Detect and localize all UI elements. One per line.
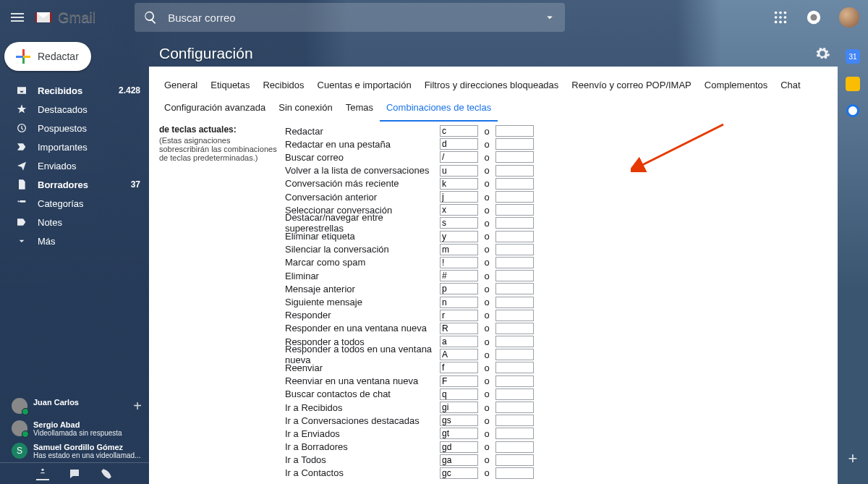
shortcut-key-input[interactable] bbox=[440, 349, 478, 360]
shortcut-key-input[interactable] bbox=[440, 217, 478, 229]
shortcut-alt-key-input[interactable] bbox=[495, 191, 534, 203]
shortcut-alt-key-input[interactable] bbox=[495, 138, 534, 150]
shortcut-alt-key-input[interactable] bbox=[495, 217, 534, 229]
shortcut-key-input[interactable] bbox=[440, 165, 478, 177]
or-label: o bbox=[478, 284, 495, 294]
nav-drafts[interactable]: Borradores37 bbox=[0, 175, 149, 194]
nav-notes[interactable]: Notes bbox=[0, 213, 149, 232]
hangouts-call-tab[interactable] bbox=[100, 467, 113, 480]
nav-sent[interactable]: Enviados bbox=[0, 156, 149, 175]
rail-keep[interactable] bbox=[846, 77, 860, 91]
search-bar[interactable] bbox=[135, 3, 565, 32]
shortcut-key-input[interactable] bbox=[440, 402, 478, 413]
shortcut-key-input[interactable] bbox=[440, 257, 478, 268]
nav-inbox[interactable]: Recibidos 2.428 bbox=[0, 81, 149, 100]
shortcut-alt-key-input[interactable] bbox=[495, 270, 534, 281]
shortcut-alt-key-input[interactable] bbox=[495, 389, 534, 400]
shortcut-key-input[interactable] bbox=[440, 415, 478, 426]
shortcut-alt-key-input[interactable] bbox=[495, 165, 534, 177]
shortcut-alt-key-input[interactable] bbox=[495, 244, 534, 255]
shortcut-row: Destacar/navegar entre superestrellaso bbox=[284, 216, 827, 229]
settings-tab[interactable]: Sin conexión bbox=[272, 98, 339, 122]
rail-calendar[interactable]: 31 bbox=[846, 49, 860, 64]
shortcut-key-input[interactable] bbox=[440, 310, 478, 321]
shortcut-alt-key-input[interactable] bbox=[495, 415, 534, 426]
shortcut-action: Silenciar la conversación bbox=[284, 244, 440, 255]
hangouts-chat-tab[interactable] bbox=[68, 467, 81, 480]
hangouts-contact[interactable]: SSamuel Gordillo GómezHas estado en una … bbox=[0, 440, 149, 462]
shortcut-key-input[interactable] bbox=[440, 297, 478, 308]
shortcut-alt-key-input[interactable] bbox=[495, 362, 534, 373]
settings-tab[interactable]: Combinaciones de teclas bbox=[380, 98, 498, 122]
shortcut-alt-key-input[interactable] bbox=[495, 310, 534, 321]
shortcut-key-input[interactable] bbox=[440, 151, 478, 163]
settings-tab[interactable]: Filtros y direcciones bloqueadas bbox=[418, 75, 566, 98]
shortcut-alt-key-input[interactable] bbox=[495, 402, 534, 413]
shortcut-alt-key-input[interactable] bbox=[495, 178, 534, 190]
hangouts-contact[interactable]: Sergio AbadVideollamada sin respuesta bbox=[0, 417, 149, 440]
shortcut-key-input[interactable] bbox=[440, 467, 478, 479]
shortcut-alt-key-input[interactable] bbox=[495, 428, 534, 439]
shortcut-alt-key-input[interactable] bbox=[495, 375, 534, 387]
shortcut-key-input[interactable] bbox=[440, 428, 478, 439]
shortcut-alt-key-input[interactable] bbox=[495, 323, 534, 334]
hangouts-contact[interactable]: Juan Carlos+ bbox=[0, 395, 149, 417]
settings-tab[interactable]: Complementos bbox=[698, 75, 774, 98]
rail-tasks[interactable] bbox=[846, 104, 859, 117]
search-options-dropdown-icon[interactable] bbox=[543, 11, 556, 24]
settings-tab[interactable]: Chat bbox=[774, 75, 807, 98]
shortcut-alt-key-input[interactable] bbox=[495, 231, 534, 242]
shortcut-alt-key-input[interactable] bbox=[495, 283, 534, 294]
settings-tab[interactable]: Recibidos bbox=[256, 75, 310, 98]
hangouts-contacts-tab[interactable] bbox=[36, 467, 49, 480]
shortcut-key-input[interactable] bbox=[440, 362, 478, 373]
search-input[interactable] bbox=[168, 3, 533, 32]
shortcut-alt-key-input[interactable] bbox=[495, 125, 534, 137]
nav-important[interactable]: Importantes bbox=[0, 137, 149, 156]
shortcut-alt-key-input[interactable] bbox=[495, 204, 534, 216]
shortcut-key-input[interactable] bbox=[440, 323, 478, 334]
shortcut-key-input[interactable] bbox=[440, 138, 478, 150]
settings-tab[interactable]: Temas bbox=[339, 98, 380, 122]
shortcut-key-input[interactable] bbox=[440, 125, 478, 137]
settings-tab[interactable]: Cuentas e importación bbox=[311, 75, 418, 98]
shortcut-key-input[interactable] bbox=[440, 441, 478, 453]
shortcut-key-input[interactable] bbox=[440, 375, 478, 387]
settings-tab[interactable]: Etiquetas bbox=[204, 75, 256, 98]
shortcut-alt-key-input[interactable] bbox=[495, 151, 534, 163]
shortcut-alt-key-input[interactable] bbox=[495, 349, 534, 360]
settings-tab[interactable]: Reenvío y correo POP/IMAP bbox=[565, 75, 697, 98]
compose-button[interactable]: Redactar bbox=[4, 42, 91, 71]
shortcut-key-input[interactable] bbox=[440, 204, 478, 216]
star-icon bbox=[16, 103, 27, 115]
shortcut-key-input[interactable] bbox=[440, 270, 478, 281]
shortcut-key-input[interactable] bbox=[440, 389, 478, 400]
settings-gear-icon[interactable] bbox=[814, 46, 830, 61]
nav-starred[interactable]: Destacados bbox=[0, 100, 149, 119]
shortcut-key-input[interactable] bbox=[440, 191, 478, 203]
shortcut-key-input[interactable] bbox=[440, 336, 478, 347]
rail-add-button[interactable]: + bbox=[848, 449, 858, 468]
settings-tab[interactable]: General bbox=[158, 75, 204, 98]
nav-snoozed[interactable]: Pospuestos bbox=[0, 119, 149, 137]
shortcut-alt-key-input[interactable] bbox=[495, 257, 534, 268]
shortcut-alt-key-input[interactable] bbox=[495, 441, 534, 453]
nav-categories[interactable]: Categorías bbox=[0, 194, 149, 213]
account-avatar[interactable] bbox=[839, 7, 859, 27]
main-menu-button[interactable] bbox=[9, 9, 26, 26]
settings-tab[interactable]: Configuración avanzada bbox=[158, 98, 272, 122]
new-conversation-button[interactable]: + bbox=[133, 398, 142, 415]
shortcut-alt-key-input[interactable] bbox=[495, 454, 534, 466]
shortcut-key-input[interactable] bbox=[440, 244, 478, 255]
shortcut-alt-key-input[interactable] bbox=[495, 297, 534, 308]
nav-more[interactable]: Más bbox=[0, 232, 149, 250]
shortcut-key-input[interactable] bbox=[440, 283, 478, 294]
shortcut-key-input[interactable] bbox=[440, 178, 478, 190]
brand[interactable]: Gmail bbox=[33, 9, 95, 26]
shortcut-alt-key-input[interactable] bbox=[495, 467, 534, 479]
shortcut-key-input[interactable] bbox=[440, 454, 478, 466]
apps-icon[interactable] bbox=[773, 9, 788, 25]
shortcut-alt-key-input[interactable] bbox=[495, 336, 534, 347]
shortcut-key-input[interactable] bbox=[440, 231, 478, 242]
notifications-icon[interactable] bbox=[806, 9, 822, 25]
